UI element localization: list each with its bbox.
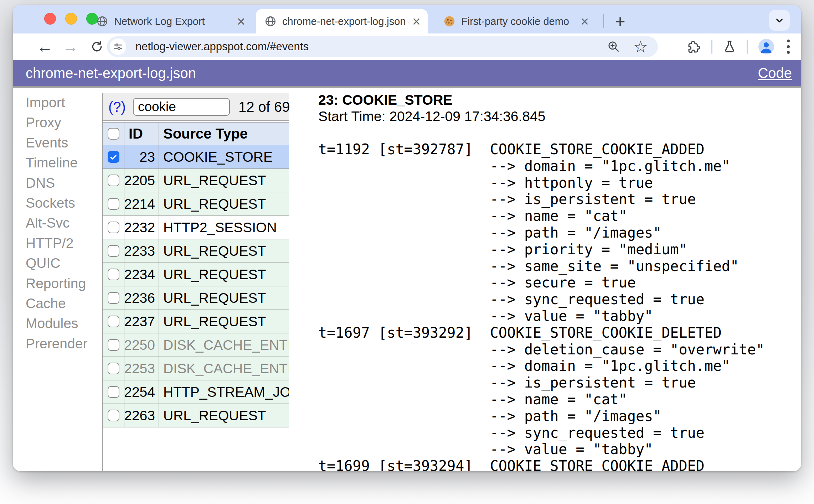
table-row[interactable]: 2214URL_REQUEST — [103, 192, 289, 216]
row-checkbox[interactable] — [103, 380, 124, 404]
row-checkbox[interactable] — [103, 216, 124, 239]
row-checkbox[interactable] — [103, 310, 124, 333]
forward-button[interactable]: → — [61, 33, 81, 60]
netlog-content: Import Proxy Events Timeline DNS Sockets… — [13, 88, 801, 471]
row-source-type: DISK_CACHE_ENTRY — [159, 357, 289, 380]
row-checkbox[interactable] — [103, 263, 124, 286]
filter-result-count: 12 of 69 — [238, 99, 290, 115]
row-source-type: HTTP2_SESSION — [159, 216, 289, 239]
tab-title: Network Log Export — [114, 16, 233, 27]
netlog-header: chrome-net-export-log.json Code — [13, 60, 801, 88]
sidebar-nav: Import Proxy Events Timeline DNS Sockets… — [13, 93, 102, 354]
sidebar-item-dns[interactable]: DNS — [13, 173, 102, 193]
row-checkbox[interactable] — [103, 192, 124, 215]
row-source-type: URL_REQUEST — [159, 263, 289, 286]
row-checkbox[interactable] — [103, 239, 124, 263]
tab-network-log-export[interactable]: Network Log Export × — [88, 9, 252, 33]
code-link[interactable]: Code — [758, 65, 792, 81]
browser-menu-button[interactable] — [785, 40, 792, 54]
toolbar-separator — [711, 40, 712, 54]
tab-strip-divider — [603, 14, 604, 28]
close-icon[interactable]: × — [412, 14, 421, 28]
row-checkbox[interactable] — [103, 404, 124, 427]
sidebar-item-quic[interactable]: QUIC — [13, 253, 102, 273]
filter-help-link[interactable]: (?) — [108, 99, 126, 115]
row-id: 2205 — [124, 169, 159, 192]
table-row[interactable]: 2263URL_REQUEST — [103, 404, 289, 427]
column-header-source-type[interactable]: Source Type — [159, 123, 289, 145]
close-window-button[interactable] — [44, 13, 56, 25]
close-icon[interactable]: × — [237, 14, 245, 28]
new-tab-button[interactable]: + — [609, 9, 632, 33]
sidebar-item-sockets[interactable]: Sockets — [13, 193, 102, 213]
extensions-icon[interactable] — [687, 40, 701, 54]
toolbar-separator — [747, 40, 748, 54]
table-row[interactable]: 2205URL_REQUEST — [103, 169, 289, 192]
select-all-checkbox[interactable] — [103, 123, 124, 145]
table-row[interactable]: 2234URL_REQUEST — [103, 263, 289, 286]
table-row[interactable]: 2233URL_REQUEST — [103, 239, 289, 263]
globe-icon — [264, 15, 277, 27]
browser-window: Network Log Export × chrome-net-export-l… — [13, 5, 801, 471]
row-id: 2254 — [124, 380, 159, 404]
profile-avatar[interactable] — [758, 38, 775, 55]
zoom-icon[interactable] — [607, 40, 620, 53]
row-id: 2250 — [124, 333, 159, 357]
table-row[interactable]: 2236URL_REQUEST — [103, 286, 289, 310]
row-checkbox[interactable] — [103, 169, 124, 192]
reload-button[interactable] — [87, 33, 107, 60]
table-row[interactable]: 23COOKIE_STORE — [103, 145, 289, 169]
bookmark-star-icon[interactable]: ☆ — [633, 38, 648, 55]
sidebar-item-modules[interactable]: Modules — [13, 313, 102, 333]
row-source-type: COOKIE_STORE — [159, 145, 289, 168]
row-checkbox[interactable] — [103, 286, 124, 310]
row-id: 2232 — [124, 216, 159, 239]
row-checkbox[interactable] — [103, 145, 124, 168]
loaded-file-name: chrome-net-export-log.json — [26, 65, 196, 81]
sidebar-item-prerender[interactable]: Prerender — [13, 334, 102, 354]
row-source-type: URL_REQUEST — [159, 239, 289, 263]
event-log-text: t=1192 [st=392787] COOKIE_STORE_COOKIE_A… — [318, 141, 801, 471]
cookie-icon — [443, 15, 455, 27]
tab-title: First-party cookie demo — [461, 16, 577, 27]
row-id: 2234 — [124, 263, 159, 286]
table-row[interactable]: 2250DISK_CACHE_ENTRY — [103, 333, 289, 357]
table-row[interactable]: 2232HTTP2_SESSION — [103, 216, 289, 239]
event-details-title: 23: COOKIE_STORE — [318, 92, 801, 108]
sidebar-item-import[interactable]: Import — [13, 93, 102, 113]
tab-search-button[interactable] — [769, 10, 790, 31]
address-bar[interactable]: netlog-viewer.appspot.com/#events ☆ — [107, 36, 658, 57]
url-text: netlog-viewer.appspot.com/#events — [135, 40, 309, 53]
sidebar-item-timeline[interactable]: Timeline — [13, 153, 102, 173]
event-start-time: Start Time: 2024-12-09 17:34:36.845 — [318, 108, 801, 125]
row-source-type: URL_REQUEST — [159, 192, 289, 215]
filter-input[interactable] — [133, 98, 230, 116]
sidebar-item-events[interactable]: Events — [13, 133, 102, 153]
table-row[interactable]: 2253DISK_CACHE_ENTRY — [103, 357, 289, 380]
sidebar-item-proxy[interactable]: Proxy — [13, 113, 102, 133]
tab-chrome-net-export-log[interactable]: chrome-net-export-log.json – × — [256, 9, 428, 33]
globe-icon — [96, 15, 108, 27]
table-row[interactable]: 2237URL_REQUEST — [103, 310, 289, 333]
chevron-down-icon — [774, 15, 785, 26]
sidebar-item-alt-svc[interactable]: Alt-Svc — [13, 213, 102, 233]
sidebar-item-http2[interactable]: HTTP/2 — [13, 233, 102, 253]
sidebar-item-cache[interactable]: Cache — [13, 293, 102, 313]
site-settings-button[interactable] — [110, 38, 126, 55]
tab-strip: Network Log Export × chrome-net-export-l… — [13, 5, 801, 33]
row-source-type: DISK_CACHE_ENTRY — [159, 333, 289, 357]
browser-toolbar: ← → netlog-viewer.appspot.com/#events ☆ — [13, 33, 801, 60]
column-header-id[interactable]: ID — [124, 123, 159, 145]
events-table: ID Source Type 23COOKIE_STORE2205URL_REQ… — [103, 122, 289, 427]
back-button[interactable]: ← — [35, 33, 55, 60]
table-row[interactable]: 2254HTTP_STREAM_JOB — [103, 380, 289, 404]
sidebar-item-reporting[interactable]: Reporting — [13, 274, 102, 293]
row-checkbox[interactable] — [103, 333, 124, 357]
row-id: 2253 — [124, 357, 159, 380]
labs-flask-icon[interactable] — [722, 40, 737, 54]
close-icon[interactable]: × — [581, 14, 589, 28]
row-checkbox[interactable] — [103, 357, 124, 380]
check-icon — [109, 153, 118, 161]
minimize-window-button[interactable] — [65, 13, 77, 25]
tab-first-party-cookie-demo[interactable]: First-party cookie demo × — [435, 9, 596, 33]
